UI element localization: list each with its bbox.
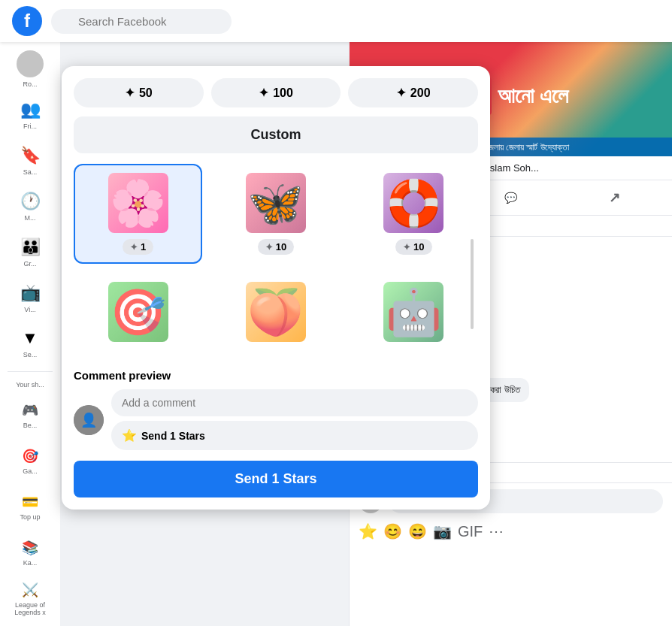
star-small-icon2: ✦ xyxy=(265,242,273,253)
sidebar-label-ka: Ka... xyxy=(23,559,38,567)
search-wrap: 🔍 xyxy=(51,9,232,34)
emoji-scroll-wrapper: 🌸 ✦ 1 🦋 ✦ 10 🛟 ✦ 10 xyxy=(74,164,478,351)
sidebar-item-groups[interactable]: 👪 Gr... xyxy=(8,231,53,274)
butterfly-cost-value: 10 xyxy=(276,241,286,253)
flower-emoji: 🌸 xyxy=(108,173,168,233)
shortcut-icon-league: ⚔️ xyxy=(22,582,38,598)
comment-preview-section: Comment preview 👤 ⭐ Send 1 Stars xyxy=(74,360,478,450)
shortcut-icon-be: 🎮 xyxy=(22,402,38,419)
target-emoji: 🎯 xyxy=(108,282,168,342)
memories-icon: 🕐 xyxy=(20,192,41,211)
lifebuoy-cost-value: 10 xyxy=(413,241,424,253)
quick-amounts: ✦ 50 ✦ 100 ✦ 200 xyxy=(74,78,478,107)
sidebar-label-groups: Gr... xyxy=(23,260,36,268)
shortcut-icon-ka: 📚 xyxy=(22,540,38,556)
emoji-item-flower[interactable]: 🌸 ✦ 1 xyxy=(74,164,202,264)
comment-preview-label: Comment preview xyxy=(74,369,478,382)
video-icon: 📺 xyxy=(20,283,41,303)
amount-100-button[interactable]: ✦ 100 xyxy=(211,78,341,107)
shortcut-icon-topup: 💳 xyxy=(22,494,38,510)
left-sidebar: Ro... 👥 Fri... 🔖 Sa... 🕐 M... 👪 Gr... 📺 … xyxy=(0,42,60,626)
preview-send-stars-row: ⭐ Send 1 Stars xyxy=(111,421,478,450)
star-small-icon: ✦ xyxy=(130,242,138,253)
fb-logo: f xyxy=(12,6,42,36)
comment-icon: 💬 xyxy=(504,192,517,204)
robot-emoji: 🤖 xyxy=(383,282,443,342)
emoji-item-target[interactable]: 🎯 xyxy=(74,273,202,351)
emoji-item-robot[interactable]: 🤖 xyxy=(350,273,478,351)
photo-tool-icon[interactable]: 📷 xyxy=(433,522,452,540)
star-tool-icon[interactable]: ⭐ xyxy=(359,522,377,540)
flower-cost: ✦ 1 xyxy=(123,239,153,255)
star-yellow-icon: ⭐ xyxy=(122,428,137,443)
sticker-tool-icon[interactable]: 😊 xyxy=(383,522,402,540)
avatar xyxy=(17,50,44,77)
sidebar-item-saved[interactable]: 🔖 Sa... xyxy=(8,140,53,183)
sidebar-item-memories[interactable]: 🕐 M... xyxy=(8,185,53,228)
send-button-label: Send 1 Stars xyxy=(235,471,316,486)
search-input[interactable] xyxy=(51,9,232,34)
sidebar-label-memories: M... xyxy=(25,214,36,222)
butterfly-emoji: 🦋 xyxy=(246,173,306,233)
gif-tool-icon[interactable]: GIF xyxy=(458,523,483,540)
preview-add-comment-input[interactable] xyxy=(111,389,478,416)
custom-label: Custom xyxy=(251,127,301,142)
peach-emoji: 🍑 xyxy=(246,282,306,342)
sidebar-divider xyxy=(8,371,53,372)
navbar: f 🔍 xyxy=(0,0,672,42)
sidebar-shortcut-be[interactable]: 🎮 Be... xyxy=(8,395,53,437)
sidebar-label-topup: Top up xyxy=(20,513,40,521)
sidebar-shortcut-ka[interactable]: 📚 Ka... xyxy=(8,531,53,574)
amount-200-label: 200 xyxy=(410,86,431,100)
sidebar-label-video: Vi... xyxy=(24,306,35,313)
sidebar-label-ga: Ga... xyxy=(23,467,38,475)
star-small-icon3: ✦ xyxy=(403,242,410,253)
sidebar-label-be: Be... xyxy=(23,422,38,429)
amount-100-label: 100 xyxy=(273,86,293,100)
groups-icon: 👪 xyxy=(20,237,41,257)
sidebar-item-video[interactable]: 📺 Vi... xyxy=(8,277,53,319)
emoji-grid: 🌸 ✦ 1 🦋 ✦ 10 🛟 ✦ 10 xyxy=(74,164,478,351)
more-icon: ▼ xyxy=(22,328,38,348)
sidebar-label-saved: Sa... xyxy=(23,168,38,176)
your-shortcuts-label: Your sh... xyxy=(13,378,47,392)
sidebar-label-profile: Ro... xyxy=(23,80,37,88)
amount-50-button[interactable]: ✦ 50 xyxy=(74,78,204,107)
emoji-item-butterfly[interactable]: 🦋 ✦ 10 xyxy=(211,164,340,264)
flower-cost-value: 1 xyxy=(141,241,146,253)
sidebar-label-more: Se... xyxy=(23,351,38,358)
sidebar-shortcut-ga[interactable]: 🎯 Ga... xyxy=(8,440,53,483)
scroll-indicator xyxy=(471,239,474,329)
amount-50-label: 50 xyxy=(139,86,153,100)
more-tool-icon[interactable]: ⋯ xyxy=(489,522,504,540)
preview-avatar-img: 👤 xyxy=(74,405,104,435)
preview-avatar: 👤 xyxy=(74,405,104,435)
comment-preview-row: 👤 ⭐ Send 1 Stars xyxy=(74,389,478,450)
sidebar-shortcut-league[interactable]: ⚔️ League of Legends x xyxy=(8,577,53,620)
preview-send-stars-label: Send 1 Stars xyxy=(141,430,205,442)
sidebar-label-league: League of Legends x xyxy=(8,601,53,616)
star-icon-50: ✦ xyxy=(125,86,135,100)
sidebar-item-see-more[interactable]: ▼ Se... xyxy=(8,322,53,365)
preview-input-col: ⭐ Send 1 Stars xyxy=(111,389,478,450)
sidebar-label-friends: Fri... xyxy=(23,122,37,130)
lifebuoy-cost: ✦ 10 xyxy=(395,239,431,255)
amount-200-button[interactable]: ✦ 200 xyxy=(348,78,478,107)
sidebar-shortcut-topup[interactable]: 💳 Top up xyxy=(8,485,53,528)
comment-tools: ⭐ 😊 😄 📷 GIF ⋯ xyxy=(350,519,672,543)
saved-icon: 🔖 xyxy=(20,146,41,165)
post-image-text2: এলে xyxy=(540,84,568,109)
sidebar-item-friends[interactable]: 👥 Fri... xyxy=(8,94,53,137)
star-icon-200: ✦ xyxy=(396,86,406,100)
send-stars-button[interactable]: Send 1 Stars xyxy=(74,461,478,497)
emoji-tool-icon[interactable]: 😄 xyxy=(408,522,427,540)
sidebar-item-profile[interactable]: Ro... xyxy=(8,48,53,91)
emoji-item-lifebuoy[interactable]: 🛟 ✦ 10 xyxy=(350,164,478,264)
lifebuoy-emoji: 🛟 xyxy=(383,173,443,233)
custom-button[interactable]: Custom xyxy=(74,116,478,153)
friends-icon: 👥 xyxy=(20,100,41,119)
share-button[interactable]: ↗ xyxy=(562,183,666,212)
post-image-text: আনো xyxy=(498,84,534,109)
emoji-item-peach[interactable]: 🍑 xyxy=(211,273,340,351)
stars-modal: ✦ 50 ✦ 100 ✦ 200 Custom 🌸 ✦ 1 xyxy=(62,66,490,510)
